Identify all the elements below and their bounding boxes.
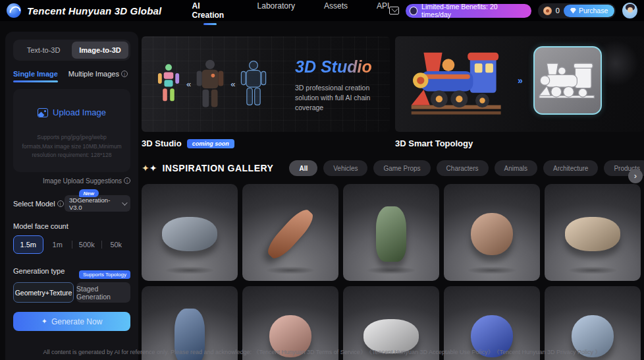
sparkles-icon: ✦✦ xyxy=(142,163,157,173)
exploded-parts-figure-icon xyxy=(156,44,181,123)
studio-figures: « « xyxy=(156,44,268,123)
mech-whale-submarine-icon xyxy=(162,217,217,251)
face-count-50k[interactable]: 50k xyxy=(102,235,131,254)
banner-3d-smart-topology[interactable]: » xyxy=(395,36,644,132)
upload-dropzone[interactable]: Upload Image Supports png/jpg/jpeg/webp … xyxy=(13,89,130,172)
mech-crab-robot-icon xyxy=(565,217,620,251)
generation-type-row: Generation type Supports Topology xyxy=(13,264,130,276)
nav-api[interactable]: API xyxy=(377,0,389,22)
mail-icon[interactable] xyxy=(389,7,398,15)
user-avatar[interactable] xyxy=(622,3,637,18)
gallery-item-mech-crab-robot[interactable] xyxy=(545,184,641,281)
main-content: « « xyxy=(142,32,644,360)
limited-benefits-pill[interactable]: Limited-time Benefits: 20 times/day xyxy=(406,4,531,18)
reflection-shadow xyxy=(165,266,215,274)
mech-octopus-creature-icon xyxy=(471,213,513,255)
supports-topology-badge: Supports Topology xyxy=(79,270,130,279)
generation-type-label: Generation type xyxy=(13,267,65,275)
face-count-label: Model face count xyxy=(13,222,130,230)
image-count-tabs: Single Image Multiple Imagesi xyxy=(13,70,130,82)
reflection-shadow xyxy=(568,266,618,274)
coming-soon-badge: coming soon xyxy=(187,139,234,148)
top-bar: Tencent Hunyuan 3D Global AI Creation La… xyxy=(0,0,644,21)
face-count-options: 1.5m 1m 500k 50k xyxy=(13,235,130,254)
image-upload-icon xyxy=(38,108,48,117)
upload-suggestions-link[interactable]: Image Upload Suggestionsi xyxy=(13,177,130,185)
mode-switch: Text-to-3D Image-to-3D xyxy=(13,40,130,61)
gallery-title: INSPIRATION GALLERY xyxy=(162,163,273,173)
creation-sidebar: Text-to-3D Image-to-3D Single Image Mult… xyxy=(5,32,138,360)
studio-banner-description: 3D professional creation solution with f… xyxy=(295,83,381,113)
generation-type-options: Geometry+Texture Staged Generation xyxy=(13,282,130,303)
info-icon[interactable]: i xyxy=(57,200,64,207)
face-count-1_5m[interactable]: 1.5m xyxy=(13,235,43,254)
banner-labels: 3D Studio coming soon 3D Smart Topology xyxy=(142,138,644,148)
face-count-500k[interactable]: 500k xyxy=(72,235,101,254)
upload-format-hint: Supports png/jpg/jpeg/webp formats,Max i… xyxy=(13,133,130,160)
topology-label: 3D Smart Topology xyxy=(395,138,473,148)
filter-animals[interactable]: Animals xyxy=(495,160,538,176)
gallery-item-green-armored-character[interactable] xyxy=(343,184,439,281)
gallery-grid xyxy=(142,184,644,360)
green-armored-character-icon xyxy=(376,206,406,262)
gallery-item-mech-whale-submarine[interactable] xyxy=(142,184,238,281)
sparkle-icon: ✦ xyxy=(41,317,47,326)
gem-icon xyxy=(570,8,576,14)
gallery-filter-chips: All Vehicles Game Props Characters Anima… xyxy=(289,160,644,176)
credits-counter: 0 Purchase xyxy=(538,3,616,18)
chevron-left-icon: « xyxy=(186,79,190,89)
purchase-button[interactable]: Purchase xyxy=(564,5,614,17)
reflection-shadow xyxy=(265,266,315,274)
gallery-header: ✦✦ INSPIRATION GALLERY All Vehicles Game… xyxy=(142,160,644,176)
nav-laboratory[interactable]: Laboratory xyxy=(257,0,295,22)
chevron-down-icon xyxy=(122,200,127,205)
studio-banner-text: 3D Studio 3D professional creation solut… xyxy=(295,57,381,113)
filter-architecture[interactable]: Architecture xyxy=(543,160,598,176)
tab-single-image[interactable]: Single Image xyxy=(13,70,58,82)
generate-now-button[interactable]: ✦ Generate Now xyxy=(13,312,130,331)
type-geometry-texture[interactable]: Geometry+Texture xyxy=(13,282,74,303)
purchase-label: Purchase xyxy=(579,7,608,15)
upload-label: Upload Image xyxy=(53,107,106,117)
face-count-1m[interactable]: 1m xyxy=(43,235,72,254)
filter-vehicles[interactable]: Vehicles xyxy=(323,160,367,176)
gallery-item-lava-axe[interactable] xyxy=(242,184,338,281)
nav-assets[interactable]: Assets xyxy=(324,0,348,22)
armored-split-figure-icon xyxy=(195,44,225,123)
chips-scroll-right-button[interactable]: › xyxy=(628,169,643,183)
filter-all[interactable]: All xyxy=(289,160,317,176)
wireframe-result-frame xyxy=(533,46,602,115)
model-dropdown[interactable]: 3DGeneration-V3.0 xyxy=(65,195,130,212)
wireframe-figure-icon xyxy=(239,44,268,123)
banner-3d-studio[interactable]: « « xyxy=(142,36,390,132)
tab-image-to-3d[interactable]: Image-to-3D xyxy=(72,42,128,59)
promo-banners: « « xyxy=(142,36,644,132)
topology-demo: » xyxy=(408,42,602,119)
wireframe-train-icon xyxy=(537,57,598,104)
filter-game-props[interactable]: Game Props xyxy=(373,160,430,176)
model-select-row: Select Modeli New 3DGeneration-V3.0 xyxy=(13,195,130,212)
select-model-label: Select Modeli xyxy=(13,200,64,208)
info-icon: i xyxy=(124,177,130,184)
reflection-shadow xyxy=(366,266,416,274)
benefits-text: Limited-time Benefits: 20 times/day xyxy=(421,3,523,18)
filter-characters[interactable]: Characters xyxy=(437,160,489,176)
header-right-cluster: Limited-time Benefits: 20 times/day 0 Pu… xyxy=(389,3,637,18)
chevron-right-icon: » xyxy=(518,75,523,86)
reflection-shadow xyxy=(467,266,517,274)
coin-count: 0 xyxy=(556,7,560,15)
tab-multiple-images-label: Multiple Images xyxy=(68,70,119,78)
coin-icon xyxy=(543,7,552,15)
nav-ai-creation[interactable]: AI Creation xyxy=(192,0,228,22)
type-staged-generation[interactable]: Staged Generation xyxy=(76,282,130,303)
tab-text-to-3d[interactable]: Text-to-3D xyxy=(15,42,72,59)
legal-footer: All content is generated by AI for refer… xyxy=(0,348,644,357)
chevron-left-icon: « xyxy=(230,79,234,89)
app-title: Tencent Hunyuan 3D Global xyxy=(27,5,161,16)
gallery-item-mech-octopus-creature[interactable] xyxy=(444,184,540,281)
tab-multiple-images[interactable]: Multiple Imagesi xyxy=(68,70,128,82)
benefits-orb-icon xyxy=(410,7,417,15)
model-dropdown-value: 3DGeneration-V3.0 xyxy=(69,196,122,211)
new-badge: New xyxy=(79,189,99,197)
info-icon[interactable]: i xyxy=(121,71,128,77)
